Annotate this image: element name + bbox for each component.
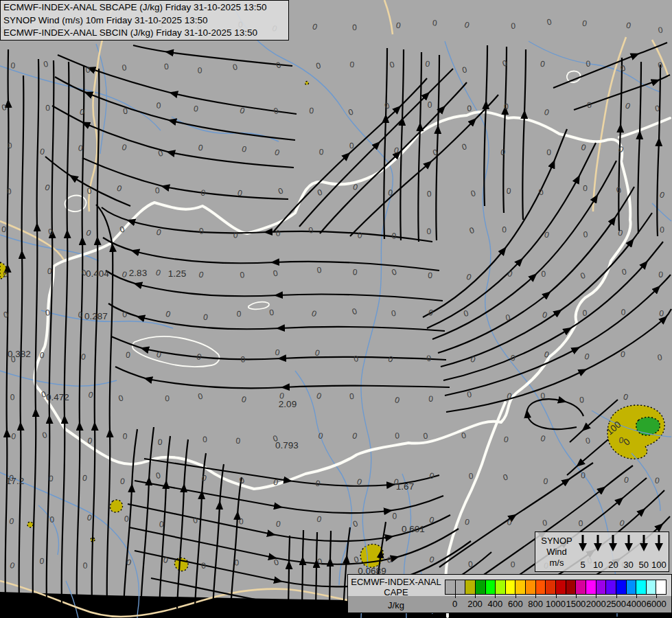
station-report-value: 0 <box>427 189 432 198</box>
cape-tick-mark <box>515 595 516 598</box>
station-report-value: 0 <box>504 102 509 111</box>
cape-tick-label: 6000 <box>647 599 667 609</box>
cape-legend-units: J/kg <box>348 600 444 610</box>
contour-value-label: 2.09 <box>279 399 297 409</box>
cape-tick-mark <box>556 595 557 598</box>
wind-speed-label: 5 <box>580 560 585 570</box>
cape-tick-label: 2500 <box>606 599 626 609</box>
map-title-box: ECMWF-INDEX-ANAL SBCAPE (J/kg) Friday 31… <box>0 0 289 41</box>
cape-color-cell <box>647 580 657 594</box>
station-report-value: 0 <box>155 185 160 195</box>
cape-color-cell <box>606 580 616 594</box>
cape-color-cell <box>556 580 566 594</box>
station-report-value: 0 <box>511 21 516 31</box>
station-report-value: 0 <box>83 561 88 571</box>
station-report-value: 0 <box>45 103 50 113</box>
cape-color-cell <box>536 580 546 594</box>
wind-arrow-down-icon <box>623 534 634 551</box>
cape-color-bar <box>445 580 667 595</box>
cape-tick-label: 800 <box>528 599 543 609</box>
cape-color-cell <box>465 580 476 594</box>
station-report-value: 0 <box>546 148 551 157</box>
wind-legend-title: SYNOP <box>538 536 575 547</box>
cape-color-cell <box>526 580 536 594</box>
station-report-value: 0 <box>10 60 16 70</box>
cape-color-cell <box>636 580 647 594</box>
cape-color-cell <box>566 580 577 594</box>
wind-legend-entry: 30 <box>621 534 636 570</box>
station-report-value: 0 <box>586 59 591 69</box>
station-report-value: 0 <box>583 183 588 193</box>
cape-tick-label: 1500 <box>566 599 586 609</box>
cape-tick-mark <box>656 595 657 598</box>
wind-arrow-down-icon <box>638 534 649 551</box>
cape-tick-label: 600 <box>508 599 523 609</box>
title-line-sbcape: ECMWF-INDEX-ANAL SBCAPE (J/kg) Friday 31… <box>3 1 286 14</box>
station-report-value: 0 <box>235 436 241 446</box>
station-report-value: 0 <box>579 395 585 404</box>
title-line-sbcin: ECMWF-INDEX-ANAL SBCIN (J/kg) Friday 31-… <box>3 27 286 40</box>
cape-tick-mark <box>495 595 496 598</box>
wind-arrow-down-icon <box>607 534 618 551</box>
contour-value-label: 2.83 <box>129 268 147 278</box>
contour-value-label: 0.287 <box>84 311 108 321</box>
station-report-value: 0 <box>198 65 202 75</box>
wind-arrow-down-icon <box>592 534 603 551</box>
title-line-wind: SYNOP Wind (m/s) 10m Friday 31-10-2025 1… <box>3 14 286 27</box>
station-report-value: 0 <box>541 269 546 279</box>
station-report-value: 0 <box>391 231 396 241</box>
station-report-value: 0 <box>581 470 586 480</box>
cape-tick-mark <box>455 595 456 598</box>
wind-legend-entry: 10 <box>590 534 605 570</box>
wind-arrow-down-icon <box>577 534 588 551</box>
station-report-value: 0 <box>156 101 161 111</box>
weather-map: 0000000000000000000000000000000000000000… <box>0 0 672 618</box>
cape-color-cell <box>596 580 607 594</box>
cape-tick-mark <box>475 595 476 598</box>
wind-legend-entry: 50 <box>636 534 651 570</box>
cape-color-cell <box>486 580 496 594</box>
station-report-value: 0 <box>393 512 397 521</box>
cape-color-cell <box>616 580 627 594</box>
station-report-value: 0 <box>621 308 626 317</box>
station-report-value: 0 <box>432 18 438 27</box>
cape-color-cell <box>586 580 596 594</box>
station-report-value: 0 <box>122 310 127 319</box>
cape-color-cell <box>656 580 666 594</box>
contour-value-label: 0.382 <box>8 349 31 359</box>
station-report-value: 0 <box>511 560 515 569</box>
cape-tick-label: 1000 <box>546 599 566 609</box>
station-report-value: 0 <box>467 104 472 113</box>
station-report-value: 0 <box>468 471 474 481</box>
cape-legend-parameter: CAPE <box>348 587 444 597</box>
contour-value-label: 1.25 <box>168 268 186 279</box>
contour-value-label: 17.2 <box>6 476 24 486</box>
station-report-value: 0 <box>660 225 665 235</box>
cape-color-cell <box>445 580 456 594</box>
wind-legend-entry: 100 <box>651 534 667 570</box>
station-report-value: 0 <box>387 555 393 564</box>
wind-speed-label: 30 <box>623 560 633 570</box>
contour-value-label: 1.67 <box>396 481 414 492</box>
station-report-value: 0 <box>10 393 15 402</box>
wind-speed-legend: SYNOP Wind m/s 510203050100 <box>535 531 669 572</box>
station-report-value: 0 <box>122 431 128 441</box>
map-background <box>0 0 672 618</box>
station-report-value: 0 <box>427 227 432 236</box>
cape-tick-mark <box>576 595 577 598</box>
station-report-value: 0 <box>587 100 592 110</box>
cape-color-cell <box>627 580 637 594</box>
wind-speed-label: 10 <box>593 560 603 570</box>
contour-value-label: 0.472 <box>46 392 69 402</box>
cape-legend-title: ECMWF-INDEX-ANAL <box>348 577 444 587</box>
cape-tick-label: 0 <box>452 599 457 609</box>
wind-legend-entry: 5 <box>575 534 590 570</box>
wind-speed-label: 20 <box>608 560 618 570</box>
wind-speed-label: 50 <box>639 560 649 570</box>
station-report-value: 0 <box>124 514 130 523</box>
cape-color-cell <box>546 580 556 594</box>
wind-arrow-down-icon <box>653 534 664 551</box>
station-report-value: 0 <box>239 517 244 527</box>
station-report-value: 0 <box>502 225 507 235</box>
cape-color-cell <box>476 580 486 594</box>
